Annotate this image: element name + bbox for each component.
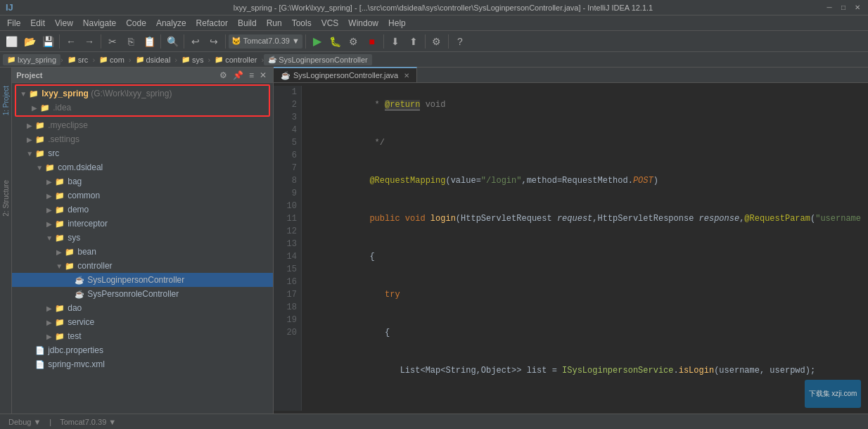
toolbar-back[interactable]: ← <box>63 33 79 50</box>
tree-item-interceptor[interactable]: ▶ 📁 interceptor <box>12 217 273 231</box>
tree-arrow-root[interactable]: ▼ <box>18 89 28 98</box>
toolbar-new[interactable]: ⬜ <box>3 33 20 50</box>
tree-item-comdsideal[interactable]: ▼ 📁 com.dsideal <box>12 160 273 174</box>
tree-item-sys[interactable]: ▼ 📁 sys <box>12 231 273 245</box>
menu-edit[interactable]: Edit <box>26 15 49 31</box>
menu-code[interactable]: Code <box>122 15 151 31</box>
help-button[interactable]: ? <box>452 33 468 50</box>
tree-label-springmvc: spring-mvc.xml <box>48 359 105 369</box>
toolbar-undo[interactable]: ↩ <box>187 33 204 50</box>
project-pin-btn[interactable]: 📌 <box>231 70 245 81</box>
tree-item-jdbc[interactable]: 📄 jdbc.properties <box>12 343 273 357</box>
menu-file[interactable]: File <box>3 15 25 31</box>
tree-item-bean[interactable]: ▶ 📁 bean <box>12 245 273 259</box>
bread-src[interactable]: 📁 src <box>63 54 93 65</box>
bottom-tomcat[interactable]: Tomcat7.0.39 ▼ <box>57 418 119 426</box>
tree-item-common[interactable]: ▶ 📁 common <box>12 188 273 203</box>
menu-navigate[interactable]: Navigate <box>79 15 120 31</box>
menu-vcs[interactable]: VCS <box>317 15 343 31</box>
bread-com[interactable]: 📁 com <box>95 54 129 65</box>
minimize-button[interactable]: ─ <box>824 3 834 13</box>
toolbar-copy[interactable]: ⎘ <box>122 33 139 50</box>
bread-dsideal[interactable]: 📁 dsideal <box>132 54 175 65</box>
tree-item-test[interactable]: ▶ 📁 test <box>12 329 273 343</box>
tree-item-myeclipse[interactable]: ▶ 📁 .myeclipse <box>12 118 273 132</box>
bread-sys[interactable]: 📁 sys <box>177 54 208 65</box>
menu-view[interactable]: View <box>51 15 77 31</box>
toolbar-cut[interactable]: ✂ <box>104 33 121 50</box>
close-button[interactable]: ✕ <box>853 3 862 13</box>
tab-close-btn[interactable]: ✕ <box>404 72 409 79</box>
tree-arrow-interceptor[interactable]: ▶ <box>44 219 54 229</box>
toolbar-forward[interactable]: → <box>81 33 98 50</box>
menu-build[interactable]: Build <box>234 15 261 31</box>
tree-item-idea[interactable]: ▶ 📁 .idea <box>17 101 268 115</box>
tree-arrow-sys[interactable]: ▼ <box>44 233 54 243</box>
bread-lxyy[interactable]: 📁 lxyy_spring <box>3 54 60 65</box>
tree-item-settings[interactable]: ▶ 📁 .settings <box>12 132 273 146</box>
tree-item-syspersoncontroller[interactable]: ☕ SysPersonroleController <box>12 287 273 301</box>
tree-item-controller[interactable]: ▼ 📁 controller <box>12 259 273 273</box>
toolbar-open[interactable]: 📂 <box>21 33 38 50</box>
tree-arrow-dao[interactable]: ▶ <box>44 303 54 313</box>
code-editor[interactable]: * @return void */ @RequestMapping(value=… <box>302 86 868 411</box>
structure-tab-label[interactable]: 2: Structure <box>1 176 11 221</box>
menu-run[interactable]: Run <box>262 15 286 31</box>
bottom-debug[interactable]: Debug ▼ <box>6 418 44 426</box>
toolbar-redo[interactable]: ↪ <box>205 33 222 50</box>
debug-button[interactable]: 🐛 <box>327 33 344 50</box>
tree-arrow-myeclipse[interactable]: ▶ <box>25 120 34 130</box>
tree-label-interceptor: interceptor <box>68 219 108 229</box>
editor-tab-active[interactable]: ☕ SysLoginpersonController.java ✕ <box>274 67 417 82</box>
vcs-commit[interactable]: ⬆ <box>405 33 422 50</box>
tree-label-test: test <box>68 331 81 341</box>
tree-label-jdbc: jdbc.properties <box>48 345 103 355</box>
tree-item-syslogincontroller[interactable]: ☕ SysLoginpersonController <box>12 273 273 287</box>
tree-arrow-comdsideal[interactable]: ▼ <box>34 162 44 172</box>
menu-window[interactable]: Window <box>344 15 383 31</box>
project-tab-label[interactable]: 1: Project <box>1 82 11 120</box>
tree-arrow-src[interactable]: ▼ <box>25 148 34 158</box>
tree-item-springmvc[interactable]: 📄 spring-mvc.xml <box>12 357 273 371</box>
tree-arrow-test[interactable]: ▶ <box>44 331 54 341</box>
toolbar-paste[interactable]: 📋 <box>141 33 158 50</box>
project-settings-btn[interactable]: ⚙ <box>217 70 229 81</box>
maximize-button[interactable]: □ <box>838 3 848 13</box>
menu-refactor[interactable]: Refactor <box>192 15 232 31</box>
menu-tools[interactable]: Tools <box>288 15 316 31</box>
run-button[interactable]: ▶ <box>309 33 326 50</box>
tree-arrow-controller[interactable]: ▼ <box>54 261 64 271</box>
tomcat-dropdown[interactable]: 🐱 Tomcat7.0.39 ▼ <box>229 34 302 49</box>
tree-arrow-bean[interactable]: ▶ <box>54 247 64 257</box>
stop-button[interactable]: ■ <box>364 33 381 50</box>
tree-label-syslogincontroller: SysLoginpersonController <box>87 275 184 285</box>
toolbar-sep4 <box>184 34 184 49</box>
tree-item-dao[interactable]: ▶ 📁 dao <box>12 301 273 315</box>
settings-button[interactable]: ⚙ <box>428 33 445 50</box>
project-expand-btn[interactable]: ≡ <box>247 70 256 81</box>
tree-arrow-service[interactable]: ▶ <box>44 317 54 327</box>
menu-help[interactable]: Help <box>384 15 410 31</box>
toolbar-search[interactable]: 🔍 <box>164 33 181 50</box>
code-content[interactable]: 1 2 3 4 5 6 7 8 9 10 11 12 13 14 15 16 1… <box>274 83 868 414</box>
project-close-btn[interactable]: ✕ <box>257 70 269 81</box>
tree-label-bean: bean <box>77 247 96 257</box>
tree-arrow-demo[interactable]: ▶ <box>44 205 54 214</box>
tree-arrow-idea[interactable]: ▶ <box>30 103 39 113</box>
tree-arrow-bag[interactable]: ▶ <box>44 177 54 186</box>
tab-label: SysLoginpersonController.java <box>293 71 398 79</box>
tree-item-bag[interactable]: ▶ 📁 bag <box>12 174 273 188</box>
profile-button[interactable]: ⚙ <box>345 33 362 50</box>
tree-item-root[interactable]: ▼ 📁 lxyy_spring (G:\Work\lxyy_spring) <box>17 87 268 101</box>
tree-arrow-settings[interactable]: ▶ <box>25 134 34 144</box>
tree-item-src[interactable]: ▼ 📁 src <box>12 146 273 160</box>
vcs-update[interactable]: ⬇ <box>387 33 404 50</box>
tree-item-demo[interactable]: ▶ 📁 demo <box>12 203 273 217</box>
toolbar-sep5 <box>225 34 226 49</box>
bread-file[interactable]: ☕ SysLoginpersonController <box>264 54 372 65</box>
tree-arrow-common[interactable]: ▶ <box>44 191 54 200</box>
tree-item-service[interactable]: ▶ 📁 service <box>12 315 273 329</box>
bread-controller[interactable]: 📁 controller <box>210 54 261 65</box>
toolbar-save[interactable]: 💾 <box>39 33 56 50</box>
menu-analyze[interactable]: Analyze <box>152 15 191 31</box>
